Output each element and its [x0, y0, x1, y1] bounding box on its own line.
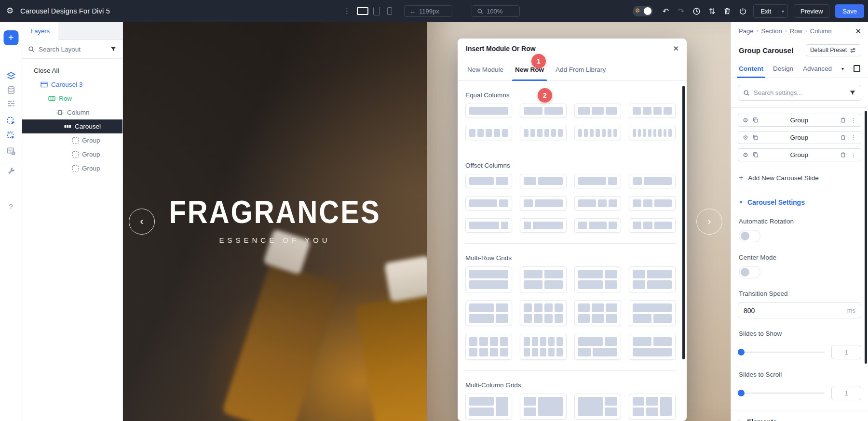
database-icon[interactable]: [7, 86, 15, 94]
close-icon[interactable]: ✕: [673, 44, 679, 53]
tree-item-carousel-3[interactable]: Carousel 3: [22, 78, 122, 92]
row-layout-thumbnail[interactable]: [574, 300, 621, 326]
expand-panel-icon[interactable]: [854, 65, 860, 72]
layers-icon[interactable]: [6, 71, 15, 80]
carousel-settings-section-toggle[interactable]: ▼ Carousel Settings: [731, 182, 868, 206]
exit-button[interactable]: Exit ▾: [753, 4, 788, 18]
row-layout-thumbnail[interactable]: [465, 394, 512, 420]
tab-content[interactable]: Content: [739, 60, 763, 78]
row-layout-thumbnail[interactable]: [520, 334, 567, 360]
trash-icon[interactable]: [840, 117, 846, 123]
row-layout-thumbnail[interactable]: [629, 126, 676, 140]
settings-scrollbar[interactable]: [865, 111, 867, 364]
row-layout-thumbnail[interactable]: [520, 196, 567, 210]
duplicate-icon[interactable]: [752, 134, 759, 141]
breadcrumb-column[interactable]: Column: [810, 27, 832, 35]
row-layout-thumbnail[interactable]: [574, 174, 621, 188]
slides-to-show-input[interactable]: [831, 345, 861, 359]
more-options-icon[interactable]: ⋮: [343, 6, 351, 16]
tree-item-carousel-selected[interactable]: Carousel: [22, 119, 122, 133]
modal-scrollbar[interactable]: [682, 86, 685, 359]
preview-button[interactable]: Preview: [794, 4, 829, 18]
add-new-carousel-slide-button[interactable]: + Add New Carousel Slide: [731, 166, 868, 182]
chevron-down-icon[interactable]: ▾: [778, 9, 787, 14]
slide-group-row[interactable]: ⚙ Group ⋮: [738, 148, 861, 161]
zoom-level-input[interactable]: [487, 8, 512, 15]
filter-icon[interactable]: [110, 46, 117, 53]
desktop-view-icon[interactable]: [357, 7, 368, 15]
breadcrumb-page[interactable]: Page: [739, 27, 753, 35]
row-layout-thumbnail[interactable]: [520, 104, 567, 118]
tools-icon[interactable]: [7, 167, 15, 175]
trash-icon[interactable]: [840, 152, 846, 158]
row-layout-thumbnail[interactable]: [574, 218, 621, 233]
wireframe-list-icon[interactable]: [7, 99, 15, 108]
duplicate-icon[interactable]: [752, 152, 759, 158]
tab-layers[interactable]: Layers: [22, 22, 58, 40]
close-all-button[interactable]: Close All: [22, 64, 122, 78]
transition-speed-input[interactable]: [744, 307, 847, 315]
trash-icon[interactable]: [722, 6, 732, 16]
tree-item-group[interactable]: Group: [22, 147, 122, 161]
slide-group-row[interactable]: ⚙ Group ⋮: [738, 114, 861, 127]
tablet-view-icon[interactable]: [373, 7, 380, 15]
row-layout-thumbnail[interactable]: [465, 196, 512, 210]
row-layout-thumbnail[interactable]: [629, 266, 676, 292]
row-layout-thumbnail[interactable]: [574, 266, 621, 292]
row-layout-thumbnail[interactable]: [465, 300, 512, 326]
row-layout-thumbnail[interactable]: [520, 300, 567, 326]
row-layout-thumbnail[interactable]: [574, 196, 621, 210]
history-icon[interactable]: [692, 6, 701, 16]
tree-item-group[interactable]: Group: [22, 161, 122, 175]
trash-icon[interactable]: [840, 134, 846, 141]
gear-icon[interactable]: ⚙: [743, 151, 748, 158]
automatic-rotation-toggle[interactable]: [739, 230, 760, 242]
row-layout-thumbnail[interactable]: [520, 266, 567, 292]
gear-icon[interactable]: ⚙: [743, 117, 748, 124]
row-layout-thumbnail[interactable]: [465, 174, 512, 188]
save-button[interactable]: Save: [835, 4, 864, 18]
row-layout-thumbnail[interactable]: [574, 394, 621, 420]
tree-item-column[interactable]: Column: [22, 105, 122, 119]
phone-view-icon[interactable]: [387, 7, 392, 15]
row-layout-thumbnail[interactable]: [629, 300, 676, 326]
undo-icon[interactable]: ↶: [661, 6, 670, 16]
menu-dots-icon[interactable]: ⋮: [850, 134, 856, 141]
redo-icon[interactable]: ↷: [676, 6, 686, 16]
gear-icon[interactable]: ⚙: [743, 134, 748, 141]
default-preset-button[interactable]: Default Preset: [806, 44, 860, 56]
row-layout-thumbnail[interactable]: [629, 334, 676, 360]
insert-row-icon[interactable]: [6, 131, 15, 140]
slider-track[interactable]: [738, 349, 825, 355]
row-layout-thumbnail[interactable]: [629, 394, 676, 420]
row-layout-thumbnail[interactable]: [520, 218, 567, 233]
slider-handle[interactable]: [738, 349, 745, 355]
row-layout-thumbnail[interactable]: [465, 266, 512, 292]
tab-new-module[interactable]: New Module: [467, 59, 503, 81]
layers-search-input[interactable]: [39, 46, 106, 53]
help-icon[interactable]: ?: [9, 202, 13, 210]
viewport-width-input[interactable]: [419, 8, 444, 15]
duplicate-icon[interactable]: [752, 117, 759, 123]
menu-dots-icon[interactable]: ⋮: [850, 117, 856, 124]
slider-track[interactable]: [738, 390, 825, 396]
slider-handle[interactable]: [738, 390, 745, 396]
builder-theme-toggle[interactable]: ⚙: [633, 6, 653, 16]
tree-item-group[interactable]: Group: [22, 133, 122, 147]
row-layout-thumbnail[interactable]: [629, 218, 676, 233]
row-layout-thumbnail[interactable]: [465, 104, 512, 118]
tab-design[interactable]: Design: [773, 60, 793, 78]
settings-search-input[interactable]: [754, 89, 845, 96]
row-layout-thumbnail[interactable]: [574, 334, 621, 360]
center-mode-toggle[interactable]: [739, 266, 760, 278]
tab-add-from-library[interactable]: Add From Library: [556, 59, 606, 81]
row-layout-thumbnail[interactable]: [520, 126, 567, 140]
slide-group-row[interactable]: ⚙ Group ⋮: [738, 131, 861, 144]
row-layout-thumbnail[interactable]: [574, 104, 621, 118]
settings-gear-icon[interactable]: ⚙: [6, 6, 14, 16]
slides-to-scroll-input[interactable]: [831, 386, 861, 400]
breadcrumb-row[interactable]: Row: [790, 27, 802, 35]
row-layout-thumbnail[interactable]: [465, 126, 512, 140]
carousel-next-button[interactable]: ›: [696, 209, 722, 235]
table-settings-icon[interactable]: [6, 146, 15, 156]
